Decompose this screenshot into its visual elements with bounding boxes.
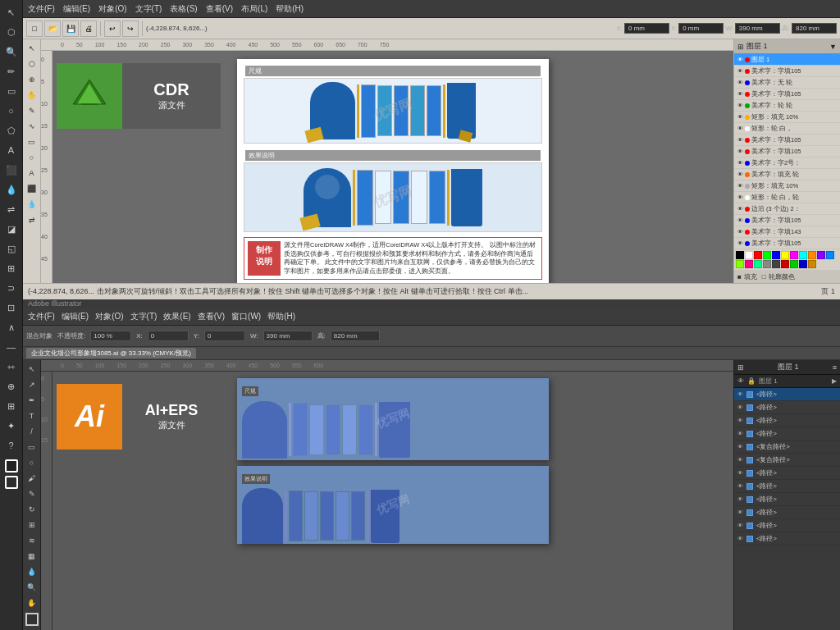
cdr-layer-item-12[interactable]: 👁 边沿 (3 个边) 2： (734, 203, 840, 215)
cdr-save-btn[interactable]: 💾 (62, 21, 79, 37)
ai-pencil-tool[interactable]: ✎ (25, 486, 39, 501)
cdr-freehand-tool[interactable]: ✎ (25, 103, 39, 118)
color-swatch-4[interactable] (772, 251, 780, 259)
cdr-print-btn[interactable]: 🖨 (80, 21, 97, 37)
cdr-menu-layout[interactable]: 布局(L) (241, 3, 267, 15)
cdr-blend-tool[interactable]: ⇌ (25, 212, 39, 227)
ai-menu-window[interactable]: 窗口(W) (231, 311, 261, 322)
color-swatch-13[interactable] (754, 260, 762, 268)
cdr-layer-item-4[interactable]: 👁 矩形：填充 10% (734, 112, 840, 123)
y-input[interactable] (678, 23, 724, 34)
ai-pen-tool[interactable]: ✒ (25, 393, 39, 408)
ai-menu-text[interactable]: 文字(T) (130, 311, 158, 322)
cdr-menu-object[interactable]: 对象(O) (98, 3, 126, 15)
cdr-layer-active[interactable]: 👁 图层 1 (734, 54, 840, 66)
ai-w-input[interactable] (263, 331, 313, 341)
tool-smear[interactable]: ⊃ (2, 279, 21, 297)
cdr-layer-item-7[interactable]: 👁 美术字：字填105 (734, 146, 840, 158)
color-swatch-19[interactable] (808, 260, 816, 268)
tool-eyedrop[interactable]: 💧 (2, 180, 21, 199)
color-swatch-10[interactable] (826, 251, 834, 259)
color-swatch-5[interactable] (781, 251, 789, 259)
cdr-redo-btn[interactable]: ↪ (122, 21, 139, 37)
cdr-layer-item-2[interactable]: 👁 美术字：字填105 (734, 89, 840, 100)
color-swatch-14[interactable] (763, 260, 771, 268)
ai-line-tool[interactable]: / (25, 424, 39, 439)
tool-text[interactable]: A (2, 141, 21, 159)
tool-ellipse[interactable]: ○ (2, 102, 21, 120)
cdr-layer-item-0[interactable]: 👁 美术字：字填105 (734, 66, 840, 77)
cdr-menu-table[interactable]: 表格(S) (170, 3, 197, 15)
tool-measure[interactable]: ⇿ (2, 358, 21, 376)
cdr-menu-help[interactable]: 帮助(H) (276, 3, 304, 15)
tool-knife[interactable]: ∧ (2, 318, 21, 336)
ai-layer-item-7[interactable]: 👁 <路径> (734, 480, 840, 493)
cdr-rect-tool[interactable]: ▭ (25, 135, 39, 149)
cdr-bezier-tool[interactable]: ∿ (25, 119, 39, 134)
tool-freehand[interactable]: ✏ (2, 62, 21, 80)
cdr-layer-item-10[interactable]: 👁 矩形：填充 10% (734, 180, 840, 192)
cdr-layer-item-6[interactable]: 👁 美术字：字填105 (734, 135, 840, 146)
tool-blend[interactable]: ⇌ (2, 200, 21, 218)
ai-fill-indicator[interactable] (25, 613, 39, 626)
ai-menu-file[interactable]: 文件(F) (28, 311, 55, 322)
ai-layer-item-6[interactable]: 👁 <路径> (734, 467, 840, 480)
ai-panel-menu-btn[interactable]: ≡ (833, 363, 837, 372)
ai-menu-help[interactable]: 帮助(H) (267, 311, 295, 322)
cdr-select-tool[interactable]: ↖ (25, 41, 39, 56)
tool-interactive[interactable]: ⊕ (2, 377, 21, 395)
tool-node[interactable]: ⬡ (2, 23, 21, 41)
cdr-undo-btn[interactable]: ↩ (104, 21, 121, 37)
tool-polygon[interactable]: ⬠ (2, 121, 21, 139)
ai-brush-tool[interactable]: 🖌 (25, 471, 39, 486)
cdr-fill-tool[interactable]: ⬛ (25, 181, 39, 196)
ai-opacity-input[interactable] (90, 331, 131, 341)
cdr-menu-view[interactable]: 查看(V) (206, 3, 233, 15)
tool-zoom[interactable]: 🔍 (2, 43, 21, 61)
ai-work-area[interactable]: Ai AI+EPS 源文件 尺规 (52, 372, 733, 630)
ai-layer-item-11[interactable]: 👁 <路径> (734, 532, 840, 546)
cdr-text-tool[interactable]: A (25, 166, 39, 180)
ai-layer-expand[interactable]: ▶ (832, 377, 837, 385)
ai-select-tool[interactable]: ↖ (25, 362, 39, 377)
ai-scale-tool[interactable]: ⊞ (25, 518, 39, 532)
x-input[interactable] (624, 23, 669, 34)
color-swatch-11[interactable] (736, 260, 744, 268)
color-swatch-18[interactable] (799, 260, 807, 268)
color-swatch-3[interactable] (763, 251, 771, 259)
ai-ellipse-tool[interactable]: ○ (25, 455, 39, 470)
tool-question[interactable]: ? (2, 436, 21, 454)
ai-h-input[interactable] (331, 331, 380, 341)
tool-connector[interactable]: — (2, 338, 21, 356)
ai-rect-tool[interactable]: ▭ (25, 440, 39, 454)
cdr-menu-text[interactable]: 文字(T) (135, 3, 162, 15)
ai-direct-tool[interactable]: ↗ (25, 377, 39, 392)
cdr-pan-tool[interactable]: ✋ (25, 88, 39, 103)
color-swatch-15[interactable] (772, 260, 780, 268)
ai-gradient-tool[interactable]: ▦ (25, 549, 39, 564)
color-swatch-0[interactable] (736, 251, 744, 259)
color-swatch-17[interactable] (790, 260, 798, 268)
tool-smart[interactable]: ✦ (2, 417, 21, 435)
ai-layer-item-8[interactable]: 👁 <路径> (734, 493, 840, 506)
ai-layer-item-4[interactable]: 👁 <复合路径> (734, 441, 840, 454)
cdr-new-btn[interactable]: □ (26, 21, 43, 37)
ai-y-input[interactable] (204, 331, 245, 341)
ai-zoom-tool[interactable]: 🔍 (25, 580, 39, 595)
ai-menu-edit[interactable]: 编辑(E) (62, 311, 89, 322)
h-input[interactable] (792, 23, 837, 34)
ai-text-tool[interactable]: T (25, 409, 39, 423)
cdr-open-btn[interactable]: 📂 (44, 21, 61, 37)
ai-menu-view[interactable]: 查看(V) (198, 311, 225, 322)
tool-distort[interactable]: ⊞ (2, 259, 21, 277)
color-swatch-6[interactable] (790, 251, 798, 259)
color-swatch-1[interactable] (745, 251, 753, 259)
ai-warp-tool[interactable]: ≋ (25, 533, 39, 548)
cdr-menu-edit[interactable]: 编辑(E) (63, 3, 90, 15)
cdr-layer-item-5[interactable]: 👁 矩形：轮 白， (734, 123, 840, 135)
cdr-layer-item-3[interactable]: 👁 美术字：轮 轮 (734, 100, 840, 112)
tool-stroke-color[interactable] (5, 476, 18, 489)
tool-shadow[interactable]: ◪ (2, 220, 21, 238)
tool-crop[interactable]: ⊡ (2, 299, 21, 317)
cdr-layer-item-14[interactable]: 👁 美术字：字填143 (734, 226, 840, 238)
